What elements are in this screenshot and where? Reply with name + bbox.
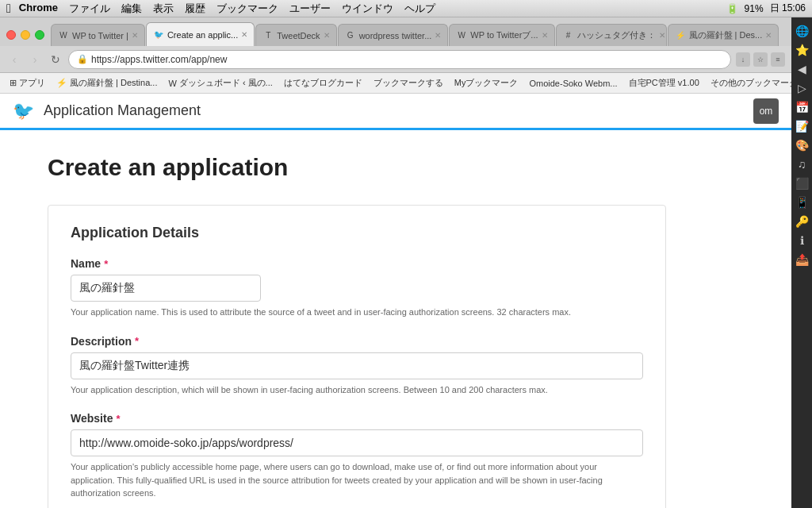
tab-close-3[interactable]: ✕ [324, 31, 330, 40]
website-input[interactable] [71, 429, 643, 456]
tab-close-5[interactable]: ✕ [542, 31, 548, 40]
menu-bar:  Chrome ファイル 編集 表示 履歴 ブックマーク ユーザー ウインドウ… [0, 0, 812, 17]
forward-button[interactable]: › [27, 52, 43, 67]
traffic-lights [6, 30, 44, 46]
tab-close-2[interactable]: ✕ [241, 30, 247, 39]
apps-icon: ⊞ [10, 78, 17, 88]
apple-menu[interactable]:  [6, 2, 11, 16]
tab-favicon-1: W [58, 30, 69, 41]
sidebar-icon-2[interactable]: ◀ [793, 60, 810, 78]
bm-apps[interactable]: ⊞ アプリ [5, 75, 50, 90]
page-content: Create an application Application Detail… [0, 130, 714, 508]
tab-close-7[interactable]: ✕ [765, 31, 772, 40]
settings-icon[interactable]: ≡ [771, 52, 785, 67]
maximize-button[interactable] [35, 30, 44, 40]
tab-wp-twitter-1[interactable]: W WP to Twitter | ✕ [51, 24, 145, 46]
description-label: Description * [71, 335, 643, 348]
tab-close-4[interactable]: ✕ [435, 31, 441, 40]
tab-favicon-2: 🐦 [153, 29, 164, 40]
bookmark-star-icon[interactable]: ☆ [753, 52, 768, 67]
tab-tweetdeck[interactable]: T TweetDeck ✕ [255, 24, 336, 46]
sidebar-icon-8[interactable]: ⬛ [793, 175, 810, 192]
bm-dashboard[interactable]: W ダッシュボード ‹ 風の... [163, 75, 277, 90]
menu-history[interactable]: 履歴 [185, 2, 205, 16]
website-label: Website * [71, 412, 643, 425]
bm-mybookmark[interactable]: Myブックマーク [450, 75, 523, 90]
sidebar-icon-0[interactable]: 🌐 [793, 22, 810, 40]
bm-other[interactable]: その他のブックマーク ▾ [706, 75, 791, 90]
bookmarks-bar: ⊞ アプリ ⚡ 風の羅針盤 | Destina... W ダッシュボード ‹ 風… [0, 73, 791, 94]
tab-label-7: 風の羅針盤 | Des... [689, 29, 763, 41]
name-label: Name * [71, 257, 643, 270]
bm-omoide[interactable]: Omoide-Soko Webm... [524, 77, 622, 90]
section-title: Application Details [71, 225, 643, 241]
sidebar-icon-12[interactable]: 📤 [793, 251, 810, 268]
sidebar-icon-4[interactable]: 📅 [793, 98, 810, 116]
bm-icon-2: W [168, 79, 176, 88]
address-bar[interactable]: 🔒 https://apps.twitter.com/app/new [68, 50, 731, 69]
sidebar-icon-7[interactable]: ♫ [793, 156, 810, 173]
bm-hatena[interactable]: はてなブログカード [279, 75, 367, 90]
twitter-logo-icon: 🐦 [13, 101, 34, 121]
tab-favicon-3: T [262, 30, 274, 41]
sidebar-icon-5[interactable]: 📝 [793, 117, 810, 135]
bm-icon-1: ⚡ [56, 78, 67, 88]
tab-label-5: WP to Twitterブ... [470, 29, 538, 41]
address-bar-row: ‹ › ↻ 🔒 https://apps.twitter.com/app/new… [0, 46, 791, 73]
sidebar-icon-6[interactable]: 🎨 [793, 137, 810, 154]
tab-favicon-5: W [456, 30, 467, 41]
tab-wp-twitter-4[interactable]: G wordpress twitter... ✕ [338, 24, 449, 46]
lock-icon: 🔒 [77, 54, 88, 64]
sidebar-icon-1[interactable]: ⭐ [793, 41, 810, 59]
tab-hashtag[interactable]: # ハッシュタグ付き： ✕ [556, 24, 667, 46]
tab-create-app[interactable]: 🐦 Create an applic... ✕ [146, 22, 255, 46]
tab-label-3: TweetDeck [277, 31, 320, 40]
menu-bookmarks[interactable]: ブックマーク [216, 2, 278, 16]
tab-favicon-4: G [345, 30, 356, 41]
minimize-button[interactable] [21, 30, 30, 40]
menu-user[interactable]: ユーザー [289, 2, 331, 16]
sidebar-icon-10[interactable]: 🔑 [793, 213, 810, 230]
back-button[interactable]: ‹ [6, 52, 22, 67]
name-field-group: Name * Your application name. This is us… [71, 257, 643, 319]
description-help: Your application description, which will… [71, 383, 643, 397]
menu-file[interactable]: ファイル [69, 2, 110, 16]
description-input[interactable] [71, 352, 643, 379]
tab-favicon-6: # [563, 30, 574, 41]
name-help: Your application name. This is used to a… [71, 306, 643, 319]
page-title: Create an application [48, 154, 666, 181]
website-required: * [116, 413, 120, 425]
url-text: https://apps.twitter.com/app/new [91, 54, 707, 65]
name-required: * [104, 258, 108, 270]
menu-edit[interactable]: 編集 [121, 2, 142, 16]
tab-wp-twitter-5[interactable]: W WP to Twitterブ... ✕ [449, 24, 554, 46]
website-help: Your application's publicly accessible h… [71, 460, 643, 500]
menu-window[interactable]: ウインドウ [342, 2, 393, 16]
download-icon[interactable]: ↓ [736, 52, 750, 67]
tab-close-1[interactable]: ✕ [132, 31, 138, 40]
bm-rashinban[interactable]: ⚡ 風の羅針盤 | Destina... [52, 75, 162, 90]
menu-help[interactable]: ヘルプ [404, 2, 435, 16]
menu-chrome[interactable]: Chrome [19, 2, 58, 16]
refresh-button[interactable]: ↻ [48, 52, 63, 67]
avatar[interactable]: om [753, 98, 779, 124]
menu-right: 🔋 91% 日 15:06 [726, 2, 806, 15]
bm-bookmark[interactable]: ブックマークする [369, 75, 448, 90]
sidebar-icon-3[interactable]: ▷ [793, 79, 810, 97]
tab-label-1: WP to Twitter | [72, 31, 128, 40]
chrome-sidebar: 🌐 ⭐ ◀ ▷ 📅 📝 🎨 ♫ ⬛ 📱 🔑 ℹ 📤 [791, 17, 812, 508]
tab-label-2: Create an applic... [167, 30, 238, 40]
tab-label-4: wordpress twitter... [359, 31, 432, 40]
close-button[interactable] [6, 30, 16, 40]
main-browser-area: W WP to Twitter | ✕ 🐦 Create an applic..… [0, 17, 791, 508]
name-input[interactable] [71, 275, 261, 302]
bm-pc[interactable]: 自宅PC管理 v1.00 [624, 75, 704, 90]
nav-right: om [753, 98, 779, 124]
menu-view[interactable]: 表示 [153, 2, 174, 16]
website-field-group: Website * Your application's publicly ac… [71, 412, 643, 500]
tab-close-6[interactable]: ✕ [659, 31, 665, 40]
tabs-container: W WP to Twitter | ✕ 🐦 Create an applic..… [51, 22, 791, 46]
sidebar-icon-11[interactable]: ℹ [793, 232, 810, 249]
tab-rashinban[interactable]: ⚡ 風の羅針盤 | Des... ✕ [668, 24, 779, 46]
sidebar-icon-9[interactable]: 📱 [793, 194, 810, 211]
